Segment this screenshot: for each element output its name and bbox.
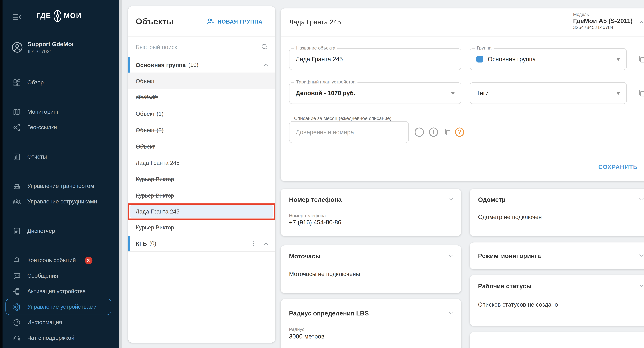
save-button[interactable]: СОХРАНИТЬ [598, 164, 638, 170]
list-item[interactable]: Курьер Виктор [128, 187, 275, 204]
people-icon [12, 197, 21, 206]
chevron-down-icon[interactable] [447, 252, 454, 260]
sidebar-item-monitoring[interactable]: Мониторинг [0, 104, 119, 120]
chevron-down-icon[interactable] [638, 252, 644, 259]
document-icon [12, 227, 21, 235]
trusted-numbers-input[interactable] [296, 129, 398, 135]
list-item[interactable]: Объект [128, 138, 275, 155]
motohours-status: Моточасы не подключены [289, 271, 360, 277]
radius-label: Радиус [289, 327, 304, 332]
search-icon[interactable] [260, 43, 268, 51]
group-header-kgb[interactable]: КГБ (0) [128, 236, 275, 252]
group-color-bar [128, 236, 130, 251]
list-item[interactable]: Объект (1) [128, 106, 275, 122]
object-name-input[interactable] [296, 56, 443, 62]
object-list-item-selected: Лада Гранта 245 [128, 204, 275, 219]
group-header-main[interactable]: Основная группа (10) [128, 57, 275, 73]
share-icon [12, 123, 21, 131]
sidebar-item-messages[interactable]: Сообщения [0, 268, 119, 284]
radius-value: 3000 метров [289, 333, 324, 340]
sidebar-scrollbar[interactable] [119, 0, 122, 348]
model-label: Модель [573, 12, 633, 17]
chevron-down-icon[interactable] [638, 282, 644, 290]
sidebar-item-activation[interactable]: Активация устройства [0, 284, 119, 299]
object-name-field: Название объекта [289, 48, 461, 70]
sidebar-item-events[interactable]: Контроль событий8 [0, 252, 119, 268]
collapse-section-icon[interactable] [638, 18, 644, 26]
group-select[interactable]: Группа Основная группа [470, 48, 627, 70]
list-item[interactable]: Курьер Виктор [128, 171, 275, 187]
phone-value: +7 (916) 454-80-86 [289, 219, 341, 226]
sidebar-item-overview[interactable]: Обзор [0, 75, 119, 90]
group-color-bar [128, 57, 130, 73]
list-item[interactable]: Объект [128, 73, 275, 89]
app-window: ГДЕ МОИ Support GdeMoi ID: 317021 Обзор … [0, 0, 644, 348]
sidebar-item-transport[interactable]: Управление транспортом [0, 178, 119, 194]
objects-panel-title: Объекты [136, 16, 174, 26]
list-item[interactable]: dfsdfsdfs [128, 89, 275, 106]
window-left-edge [0, 0, 2, 348]
phone-card: Номер телефона Номер телефона +7 (916) 4… [281, 189, 461, 236]
list-item[interactable]: Курьер Виктор [128, 219, 275, 236]
sidebar-collapse-icon[interactable] [12, 12, 22, 22]
chat-icon [12, 272, 21, 280]
model-imei: 325478452145784 [573, 25, 633, 30]
bell-icon [12, 256, 21, 264]
help-icon[interactable]: ? [455, 128, 464, 137]
question-icon [12, 318, 21, 327]
kebab-menu-icon[interactable] [250, 240, 257, 247]
events-badge: 8 [84, 256, 92, 264]
car-icon [12, 182, 21, 190]
monitoring-mode-card: Режим мониторинга [470, 242, 644, 269]
user-profile[interactable]: Support GdeMoi ID: 317021 [0, 40, 119, 54]
tariff-helper-text: Списание за месяц (ежедневное списание) [294, 116, 392, 121]
group-color-swatch [476, 56, 483, 62]
chevron-up-icon[interactable] [262, 61, 269, 68]
gear-icon [12, 303, 21, 311]
dropdown-arrow-icon [616, 92, 620, 95]
tariff-select[interactable]: Тарифный план устройства Деловой - 1070 … [289, 82, 461, 104]
copy-group-icon[interactable] [638, 55, 644, 63]
copy-numbers-icon[interactable] [444, 128, 452, 136]
user-name: Support GdeMoi [28, 40, 74, 48]
sidebar-item-employees[interactable]: Управление сотрудниками [0, 194, 119, 209]
phone-label: Номер телефона [289, 213, 326, 218]
object-list: ОбъектdfsdfsdfsОбъект (1)Объект (2)Объек… [128, 73, 275, 236]
logo-text-left: ГДЕ [36, 12, 51, 20]
object-edit-card: Лада Гранта 245 Модель ГдеМои А5 (S-2011… [281, 8, 644, 181]
tags-select[interactable]: Теги [470, 82, 627, 104]
model-block: Модель ГдеМои А5 (S-2011) 32547845214578… [573, 12, 633, 30]
chevron-down-icon[interactable] [447, 195, 454, 203]
gdemoi-logo: ГДЕ МОИ [36, 7, 82, 24]
copy-tags-icon[interactable] [638, 89, 644, 97]
list-item[interactable]: Лада Гранта 245 [128, 155, 275, 171]
sidebar-item-reports[interactable]: Отчеты [0, 149, 119, 165]
remove-number-icon[interactable]: − [414, 128, 424, 137]
sidebar-item-devices[interactable]: Управление устройствами [0, 299, 119, 315]
dashboard-icon [12, 78, 21, 87]
model-name: ГдеМои А5 (S-2011) [573, 17, 633, 24]
compass-icon [52, 7, 63, 24]
work-statuses-card: Рабочие статусы Списков статусов не созд… [470, 275, 644, 326]
user-id: ID: 317021 [28, 49, 74, 54]
sidebar-item-dispatcher[interactable]: Диспетчер [0, 223, 119, 239]
sidebar-item-geolinks[interactable]: Гео-ссылки [0, 120, 119, 135]
chevron-down-icon[interactable] [447, 309, 454, 317]
add-number-icon[interactable]: + [429, 128, 438, 137]
search-input[interactable] [136, 43, 260, 50]
device-add-icon [12, 287, 21, 295]
dropdown-arrow-icon [616, 58, 620, 61]
sidebar-item-support-chat[interactable]: Чат с поддержкой [0, 330, 119, 346]
chevron-up-icon[interactable] [262, 240, 269, 247]
odometer-status: Одометр не подключен [478, 213, 542, 220]
logo-text-right: МОИ [64, 12, 82, 20]
sidebar-item-information[interactable]: Информация [0, 315, 119, 330]
list-item[interactable]: Объект (2) [128, 122, 275, 138]
chevron-down-icon[interactable] [638, 195, 644, 203]
list-item[interactable]: Лада Гранта 245 [130, 205, 273, 218]
motohours-card: Моточасы Моточасы не подключены [281, 245, 461, 293]
object-title: Лада Гранта 245 [289, 18, 341, 26]
statuses-status: Списков статусов не создано [478, 301, 558, 308]
objects-panel: Объекты НОВАЯ ГРУППА Основная группа (10… [128, 6, 275, 343]
new-group-button[interactable]: НОВАЯ ГРУППА [206, 17, 262, 26]
